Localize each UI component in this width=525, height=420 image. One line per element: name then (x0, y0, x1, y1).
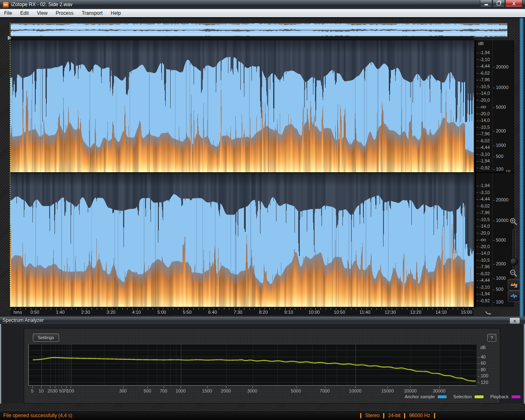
db-scale-label: -6,02 (477, 271, 490, 276)
close-button[interactable]: X (505, 0, 523, 7)
zoom-slider-thumb[interactable] (510, 258, 518, 266)
freq-tick-mark (410, 386, 411, 388)
hz-scale-label: 5000 (493, 237, 506, 242)
spectrogram-channel-2[interactable] (10, 173, 474, 307)
freq-tick-label: 100 (66, 388, 74, 393)
db-scale-label: -3,10 (477, 152, 490, 157)
spectrum-db-axis: dB406080100120 (477, 344, 499, 387)
spectrum-analyzer-close-button[interactable]: x (509, 317, 520, 324)
freq-tick-mark (439, 386, 440, 388)
db-scale-title: dB (478, 41, 484, 46)
db-scale-label: -0,92 (477, 298, 490, 303)
spectrum-analyzer-inner-panel: Settings ? dB406080100120 51020305070100… (24, 328, 500, 404)
zoom-out-icon[interactable] (509, 269, 518, 277)
spectrum-db-tick: 60 (478, 361, 486, 365)
freq-tick-mark (325, 386, 325, 388)
freq-tick-mark (71, 386, 71, 388)
hz-scale-label: 500 (493, 154, 503, 159)
help-button[interactable]: ? (487, 334, 496, 342)
spectrogram-view-button[interactable] (508, 279, 520, 290)
time-ruler[interactable]: hms 0:501:402:303:204:105:005:506:407:30… (10, 308, 474, 315)
legend-item-anchor-sample: Anchor sample (405, 394, 447, 399)
spectrum-analyzer-header[interactable]: Spectrum Analyzer (0, 317, 525, 324)
waveform-icon (510, 294, 518, 299)
spectrogram-channel-1[interactable] (10, 40, 474, 172)
time-label: 14:10 (436, 310, 447, 315)
scale-divider (492, 40, 493, 307)
time-label: 3:20 (107, 310, 115, 315)
hz-scale-label: 1000 (493, 143, 506, 148)
db-scale-label: -1,94 (477, 50, 490, 55)
db-scale-label: -20,0 (477, 98, 490, 103)
freq-tick-label: 30000 (433, 388, 445, 393)
time-label: 11:40 (359, 310, 370, 315)
zoom-in-icon[interactable] (509, 217, 518, 226)
time-label: 7:30 (233, 310, 242, 315)
db-scale-label: -20,0 (477, 244, 490, 249)
playhead-marker[interactable] (8, 36, 11, 40)
db-scale-label: -7,96 (477, 131, 490, 136)
menu-item-edit[interactable]: Edit (16, 9, 33, 17)
menu-item-view[interactable]: View (33, 9, 52, 17)
freq-tick-label: 500 (144, 388, 151, 393)
menu-item-transport[interactable]: Transport (78, 9, 107, 17)
hz-scale-label: 10000 (493, 85, 509, 90)
freq-tick-mark (50, 386, 50, 388)
status-message: File opened successfully (4,4 s) (3, 413, 72, 418)
freq-tick-mark (123, 386, 123, 388)
db-scale-label: -0,92 (477, 165, 490, 170)
legend-swatch (475, 395, 484, 398)
db-scale-label: -14,0 (477, 91, 490, 96)
spectrogram-icon (510, 281, 518, 288)
spectrum-db-tick: 100 (478, 373, 488, 378)
freq-tick-label: 5 (31, 388, 34, 393)
restore-button[interactable] (493, 0, 505, 7)
menu-item-process[interactable]: Process (52, 9, 78, 17)
hz-scale-label: 20000 (493, 64, 509, 69)
freq-tick-mark (252, 386, 253, 388)
time-label: 13:20 (410, 310, 422, 315)
status-separator (383, 413, 384, 418)
window-right-border (520, 18, 523, 317)
waveform-view-button[interactable] (508, 290, 520, 302)
title-bar[interactable]: RX iZotope RX - 02. Side 2.wav X (0, 0, 525, 9)
minimize-icon (484, 4, 488, 5)
legend-label: Selection (453, 394, 472, 399)
db-scale-label: -20,0 (477, 231, 490, 235)
window-title: iZotope RX - 02. Side 2.wav (11, 2, 72, 7)
time-label: 5:00 (158, 310, 166, 315)
freq-tick-label: 1500 (202, 388, 212, 393)
legend-item-playback: Playback (490, 394, 520, 399)
time-label: 8:20 (259, 310, 267, 315)
status-separator (360, 413, 361, 418)
minimize-button[interactable] (480, 0, 492, 7)
time-label: 9:10 (284, 310, 293, 315)
db-scale-label: -1,94 (477, 158, 490, 163)
menu-item-help[interactable]: Help (107, 9, 125, 17)
freq-tick-mark (55, 386, 55, 388)
status-bit-depth: 24-bit (388, 413, 400, 418)
hz-scale-label: 10000 (493, 218, 509, 223)
spectrum-db-tick: 80 (478, 367, 486, 372)
freq-tick-mark (226, 386, 226, 388)
legend-label: Playback (490, 394, 509, 399)
hz-scale-label: 100 (493, 167, 503, 171)
freq-tick-label: 20000 (404, 388, 417, 393)
freq-tick-mark (388, 386, 388, 388)
db-scale-label: -14,0 (477, 118, 490, 123)
status-channels: Stereo (365, 413, 379, 418)
hz-scale-label: 5000 (493, 105, 506, 110)
spectrum-frequency-axis: 5102030507010030050070010001500200030005… (28, 386, 477, 393)
time-label: 5:50 (183, 310, 192, 315)
menu-item-file[interactable]: File (0, 9, 16, 17)
restore-icon (497, 2, 501, 5)
overview-waveform[interactable] (11, 23, 507, 37)
db-scale-label: -6,02 (477, 203, 490, 208)
db-scale-label: -10,5 (477, 84, 490, 89)
db-scale-label: -3,10 (477, 285, 490, 290)
zoom-controls (508, 217, 520, 306)
time-label: 12:30 (385, 310, 396, 315)
settings-button[interactable]: Settings (33, 333, 59, 342)
freq-tick-label: 15000 (381, 388, 394, 393)
hz-unit-label: Hz (506, 169, 511, 173)
